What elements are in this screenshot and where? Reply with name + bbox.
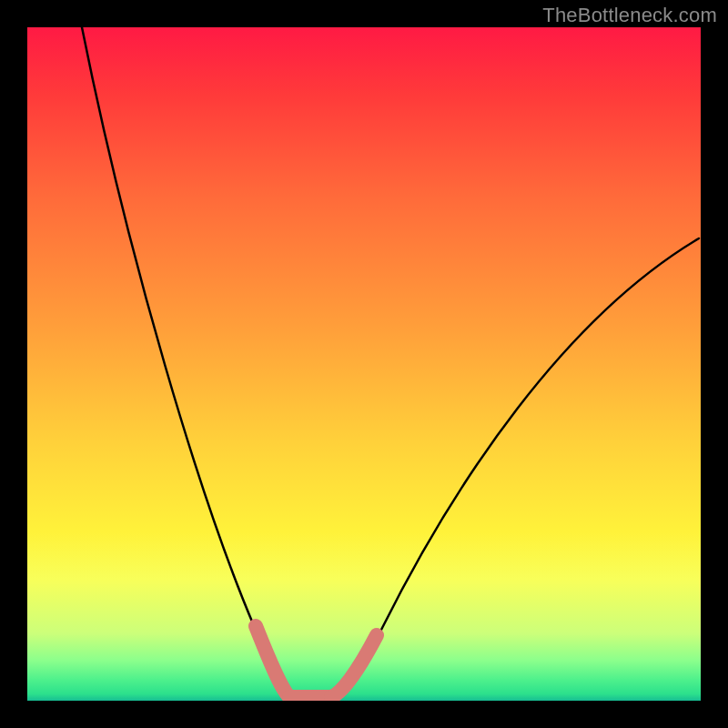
highlight-left — [256, 626, 289, 697]
plot-area — [27, 27, 701, 701]
highlight-right — [331, 635, 377, 697]
chart-frame: TheBottleneck.com — [0, 0, 728, 728]
bottleneck-curve — [27, 27, 701, 701]
watermark-text: TheBottleneck.com — [542, 4, 717, 27]
main-line — [82, 27, 699, 699]
